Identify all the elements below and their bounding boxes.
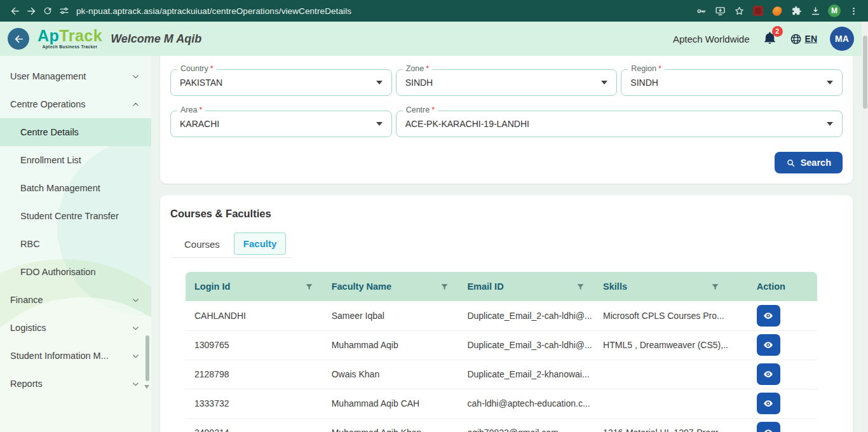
save-page-icon[interactable]: [712, 3, 728, 19]
tab-faculty[interactable]: Faculty: [234, 233, 287, 255]
sidebar-nav: User Management Centre Operations Centre…: [0, 56, 151, 432]
table-header-row: Login Id Faculty Name Email ID Skills Ac…: [186, 272, 817, 301]
browser-forward-icon[interactable]: [23, 3, 39, 19]
language-selector[interactable]: EN: [790, 33, 817, 45]
view-faculty-button[interactable]: [757, 334, 780, 356]
centre-select[interactable]: Centre* ACE-PK-KARACHI-19-LANDHI: [396, 111, 843, 137]
app-back-button[interactable]: [8, 28, 29, 50]
filter-icon[interactable]: [576, 282, 585, 292]
dropdown-caret-icon: [376, 122, 383, 126]
country-select[interactable]: Country* PAKISTAN: [170, 69, 392, 96]
sidebar-item-user-management[interactable]: User Management: [0, 62, 151, 90]
region-select[interactable]: Region* SINDH: [621, 69, 843, 96]
password-key-icon[interactable]: [693, 3, 709, 19]
faculty-table: Login Id Faculty Name Email ID Skills Ac…: [186, 272, 817, 432]
chevron-down-icon: [132, 72, 140, 81]
aptrack-logo: ApTrack Aptech Business Tracker: [37, 28, 102, 50]
sidebar-item-reports[interactable]: Reports: [0, 370, 151, 398]
centre-filter-card: Country* PAKISTAN Zone* SINDH Region* SI…: [160, 56, 853, 184]
chevron-down-icon: [132, 380, 140, 388]
chevron-down-icon: [132, 296, 140, 304]
sidebar-item-logistics[interactable]: Logistics: [0, 314, 151, 342]
column-header-faculty-name: Faculty Name: [323, 272, 459, 301]
eye-icon: [763, 427, 774, 432]
globe-icon: [790, 33, 802, 45]
table-row: 1333732 Muhammad Aqib CAH cah-ldhi@aptec…: [186, 389, 817, 418]
sidebar-item-fdo-authorisation[interactable]: FDO Authorisation: [0, 258, 151, 286]
sidebar-item-enrollment-list[interactable]: Enrollment List: [0, 146, 151, 174]
sidebar-item-student-centre-transfer[interactable]: Student Centre Transfer: [0, 202, 151, 230]
table-row: CAHLANDHI Sameer Iqbal Duplicate_Email_2…: [186, 301, 817, 330]
extension-red-icon[interactable]: [750, 3, 766, 19]
zone-select[interactable]: Zone* SINDH: [396, 69, 618, 96]
search-icon: [786, 158, 796, 168]
sidebar-item-batch-management[interactable]: Batch Management: [0, 174, 151, 202]
sidebar-scrollbar[interactable]: [146, 335, 149, 381]
column-header-skills: Skills: [594, 272, 729, 301]
app-header: ApTrack Aptech Business Tracker Welcome …: [0, 22, 868, 56]
tab-courses[interactable]: Courses: [175, 233, 229, 257]
dropdown-caret-icon: [601, 81, 607, 84]
sidebar-item-rbc[interactable]: RBC: [0, 230, 151, 258]
bookmark-star-icon[interactable]: [731, 3, 747, 19]
user-avatar[interactable]: MA: [830, 27, 854, 51]
browser-profile-avatar[interactable]: M: [826, 3, 843, 19]
view-faculty-button[interactable]: [757, 363, 780, 385]
column-header-email-id: Email ID: [458, 272, 594, 301]
table-row: 2128798 Owais Khan Duplicate_Email_2-kha…: [186, 360, 817, 389]
panel-title: Courses & Faculties: [170, 208, 843, 220]
notification-count-badge: 2: [772, 26, 783, 37]
url-bar[interactable]: pk-npuat.aptrack.asia/aptrackuiuat/centr…: [76, 6, 351, 16]
filter-icon[interactable]: [710, 282, 720, 292]
view-faculty-button[interactable]: [757, 393, 780, 414]
main-content: Country* PAKISTAN Zone* SINDH Region* SI…: [151, 56, 868, 432]
chevron-down-icon: [132, 324, 140, 332]
chevron-down-icon: [132, 352, 140, 360]
browser-menu-icon[interactable]: [845, 3, 862, 19]
sidebar-item-student-information[interactable]: Student Information M...: [0, 342, 151, 370]
search-button[interactable]: Search: [775, 152, 843, 173]
page-scrollbar[interactable]: [862, 22, 868, 432]
aptech-worldwide-label: Aptech Worldwide: [673, 34, 750, 44]
courses-faculties-panel: Courses & Faculties Courses Faculty Logi…: [160, 195, 853, 432]
column-header-action: Action: [729, 272, 817, 301]
filter-icon[interactable]: [304, 282, 314, 292]
site-info-icon[interactable]: [56, 3, 72, 19]
dropdown-caret-icon: [827, 122, 833, 126]
browser-back-icon[interactable]: [6, 3, 23, 19]
sidebar-scroll-arrow[interactable]: [144, 385, 149, 391]
table-row: 1309765 Muhammad Aqib Duplicate_Email_3-…: [186, 330, 817, 360]
sidebar-item-centre-details[interactable]: Centre Details: [0, 118, 151, 146]
sidebar-item-centre-operations[interactable]: Centre Operations: [0, 90, 151, 118]
view-faculty-button[interactable]: [757, 305, 780, 327]
tab-bar: Courses Faculty: [170, 233, 292, 258]
extension-chili-icon[interactable]: [769, 3, 785, 19]
sidebar-item-finance[interactable]: Finance: [0, 286, 151, 314]
logo-tagline: Aptech Business Tracker: [37, 45, 102, 50]
view-faculty-button[interactable]: [757, 422, 780, 432]
browser-toolbar: pk-npuat.aptrack.asia/aptrackuiuat/centr…: [0, 0, 868, 22]
notifications-bell-icon[interactable]: 2: [763, 30, 777, 48]
filter-icon[interactable]: [440, 282, 449, 292]
dropdown-caret-icon: [376, 81, 383, 84]
dropdown-caret-icon: [827, 81, 833, 84]
eye-icon: [763, 368, 774, 380]
eye-icon: [763, 310, 774, 321]
browser-refresh-icon[interactable]: [39, 3, 56, 19]
extensions-puzzle-icon[interactable]: [788, 3, 804, 19]
area-select[interactable]: Area* KARACHI: [170, 111, 392, 137]
chevron-up-icon: [132, 100, 140, 109]
downloads-icon[interactable]: [807, 3, 824, 19]
page-scrollbar-thumb[interactable]: [863, 36, 867, 109]
eye-icon: [763, 339, 774, 351]
column-header-login-id: Login Id: [186, 272, 323, 301]
welcome-text: Welcome M Aqib: [111, 32, 201, 46]
eye-icon: [763, 398, 774, 409]
table-row: 2490214 Muhammad Aqib Khan aqib79823@gma…: [186, 418, 817, 432]
